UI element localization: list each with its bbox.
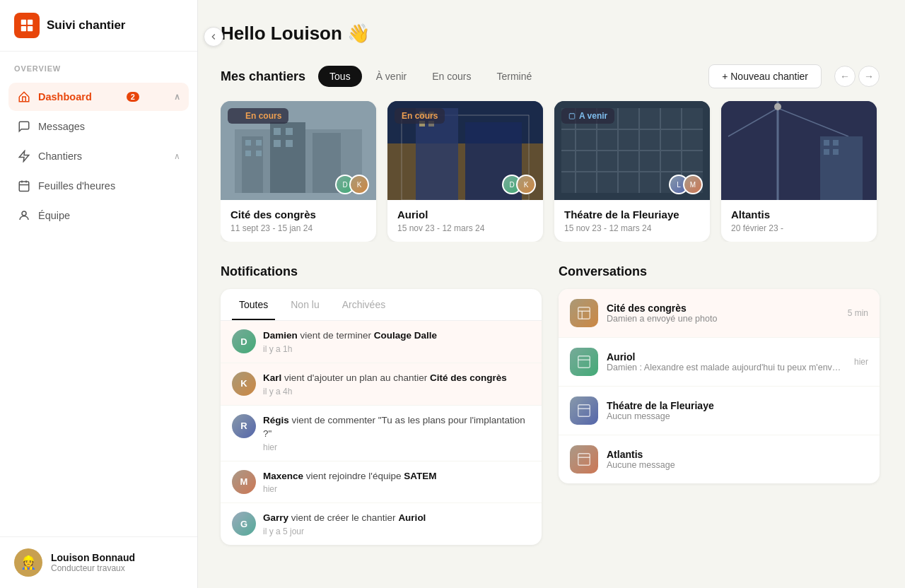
notif-item-regis[interactable]: R Régis vient de commenter "Tu as les pl…	[221, 406, 542, 461]
svg-rect-54	[833, 149, 839, 155]
svg-rect-22	[286, 140, 293, 147]
card-theatre[interactable]: A venir L M Théatre de la Fleuriaye 15 n…	[554, 101, 710, 242]
conv-item-cite[interactable]: Cité des congrès Damien a envoyé une pho…	[559, 289, 880, 338]
prev-arrow-button[interactable]: ←	[834, 66, 856, 87]
conv-msg-theatre: Aucun message	[607, 411, 860, 421]
new-chantier-button[interactable]: + Nouveau chantier	[708, 64, 822, 88]
user-avatar: 👷	[14, 548, 42, 577]
card-dates-theatre: 15 nov 23 - 12 mars 24	[564, 223, 700, 233]
card-cite-congres[interactable]: En cours D K Cité des congrès 11 sept 23…	[221, 101, 376, 242]
chantiers-cards: En cours D K Cité des congrès 11 sept 23…	[221, 101, 880, 242]
conv-body-auriol: Auriol Damien : Alexandre est malade auj…	[607, 351, 846, 372]
conv-name-cite: Cité des congrès	[607, 302, 839, 314]
notif-content-regis: Régis vient de commenter "Tu as les plan…	[263, 414, 530, 452]
conversations-box: Cité des congrès Damien a envoyé une pho…	[559, 289, 880, 483]
tab-avenir[interactable]: À venir	[365, 66, 419, 87]
conv-name-theatre: Théatre de la Fleuriaye	[607, 400, 860, 411]
notif-content-karl: Karl vient d'ajouter un plan au chantier…	[263, 372, 530, 396]
card-img-theatre: A venir L M	[554, 101, 710, 200]
person-icon	[17, 208, 31, 223]
svg-rect-61	[578, 405, 590, 417]
user-info: Louison Bonnaud Conducteur travaux	[51, 552, 135, 573]
notif-tab-toutes[interactable]: Toutes	[232, 289, 275, 320]
conv-msg-cite: Damien a envoyé une photo	[607, 314, 839, 324]
conv-avatar-theatre	[570, 396, 598, 425]
notif-tab-archivees[interactable]: Archivées	[335, 289, 392, 320]
svg-rect-50	[820, 136, 863, 200]
svg-rect-53	[824, 149, 829, 155]
chantiers-label: Chantiers	[38, 151, 82, 162]
conversations-column: Conversations Cité des congrès Damien a …	[559, 264, 880, 545]
card-avatar: K	[349, 175, 369, 194]
lightning-icon	[17, 149, 31, 163]
sidebar-header: Suivi chantier	[0, 0, 197, 52]
notif-time-garry: il y a 5 jour	[263, 527, 530, 536]
tab-termine[interactable]: Terminé	[485, 66, 543, 87]
dashboard-label: Dashboard	[38, 91, 92, 102]
svg-rect-2	[21, 26, 26, 31]
tab-tous[interactable]: Tous	[318, 66, 362, 87]
notif-text-regis: Régis vient de commenter "Tu as les plan…	[263, 414, 530, 441]
card-img-cite: En cours D K	[221, 101, 376, 200]
conv-avatar-auriol	[570, 348, 598, 376]
notif-item-karl[interactable]: K Karl vient d'ajouter un plan au chanti…	[221, 363, 542, 406]
notif-avatar-regis: R	[232, 414, 256, 438]
card-name-cite: Cité des congrès	[230, 208, 366, 220]
sidebar-item-messages[interactable]: Messages	[8, 112, 189, 141]
app-logo	[14, 13, 40, 38]
card-avatars-3: L M	[675, 175, 703, 194]
badge-a-venir: A venir	[561, 108, 614, 124]
card-auriol[interactable]: En cours D K Auriol 15 nov 23 - 12 mars …	[387, 101, 543, 242]
svg-rect-19	[274, 128, 281, 135]
notifications-title: Notifications	[221, 264, 542, 279]
conv-item-atlantis[interactable]: Atlantis Aucune message	[559, 435, 880, 483]
notifications-tabs: Toutes Non lu Archivées	[221, 289, 542, 321]
chantiers-title: Mes chantiers	[221, 69, 305, 84]
svg-rect-0	[21, 20, 26, 25]
carousel-arrows: ← →	[834, 66, 880, 87]
user-name: Louison Bonnaud	[51, 552, 135, 563]
sidebar-item-feuilles[interactable]: Feuilles d'heures	[8, 172, 189, 200]
chantiers-chevron: ∧	[174, 151, 180, 161]
svg-rect-51	[824, 140, 829, 146]
notif-avatar-garry: G	[232, 512, 256, 536]
svg-rect-17	[245, 151, 251, 156]
next-arrow-button[interactable]: →	[858, 66, 880, 87]
badge-en-cours-1: En cours	[228, 108, 288, 124]
card-name-altantis: Altantis	[731, 208, 867, 220]
sidebar-nav: Dashboard 2 ∧ Messages Chantiers ∧ Feuil…	[0, 77, 197, 536]
feuilles-label: Feuilles d'heures	[38, 180, 115, 192]
bottom-row: Notifications Toutes Non lu Archivées D …	[221, 264, 880, 545]
message-icon	[17, 119, 31, 134]
chantiers-tabs: Tous À venir En cours Terminé	[318, 66, 543, 87]
sidebar-footer: 👷 Louison Bonnaud Conducteur travaux	[0, 536, 197, 588]
notif-content-damien: Damien vient de terminer Coulage Dalle i…	[263, 329, 530, 354]
sidebar-item-dashboard[interactable]: Dashboard 2 ∧	[8, 83, 189, 111]
notif-text-karl: Karl vient d'ajouter un plan au chantier…	[263, 372, 530, 385]
notif-avatar-karl: K	[232, 372, 256, 396]
sidebar-item-chantiers[interactable]: Chantiers ∧	[8, 142, 189, 170]
card-img-altantis	[721, 101, 877, 200]
svg-rect-16	[256, 140, 262, 146]
notif-tab-nonlu[interactable]: Non lu	[284, 289, 326, 320]
svg-rect-18	[256, 151, 262, 156]
notif-item-maxence[interactable]: M Maxence vient rejoindre l'équipe SATEM…	[221, 461, 542, 504]
conv-time-auriol: hier	[854, 357, 868, 367]
notif-item-garry[interactable]: G Garry vient de créer le chantier Aurio…	[221, 503, 542, 545]
calendar-icon	[17, 179, 31, 193]
collapse-sidebar-button[interactable]	[204, 27, 223, 47]
tab-encours[interactable]: En cours	[421, 66, 482, 87]
page-greeting: Hello Louison 👋	[221, 23, 880, 45]
card-img-auriol: En cours D K	[387, 101, 543, 200]
card-avatar: M	[683, 175, 703, 194]
notifications-box: Toutes Non lu Archivées D Damien vient d…	[221, 289, 542, 545]
conv-item-auriol[interactable]: Auriol Damien : Alexandre est malade auj…	[559, 338, 880, 387]
svg-point-55	[774, 103, 781, 110]
conv-item-theatre[interactable]: Théatre de la Fleuriaye Aucun message	[559, 387, 880, 435]
sidebar-item-equipe[interactable]: Équipe	[8, 201, 189, 230]
svg-point-9	[22, 211, 26, 216]
svg-rect-20	[286, 128, 293, 135]
card-altantis[interactable]: Altantis 20 février 23 -	[721, 101, 877, 242]
notif-item-damien[interactable]: D Damien vient de terminer Coulage Dalle…	[221, 321, 542, 363]
card-dates-auriol: 15 nov 23 - 12 mars 24	[397, 223, 533, 233]
